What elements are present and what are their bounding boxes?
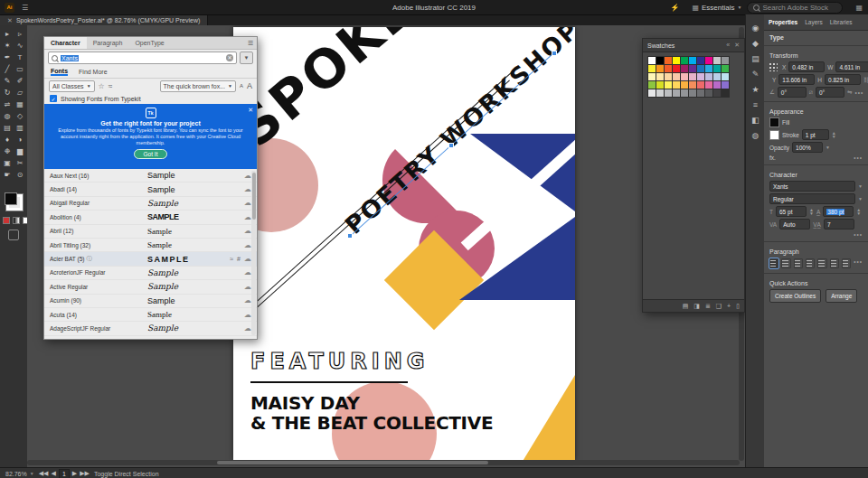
swatch[interactable] (648, 73, 656, 80)
swatch[interactable] (665, 65, 672, 72)
swatch[interactable] (697, 73, 704, 80)
x-field[interactable]: 0.482 in (788, 61, 825, 72)
poster-featuring-text[interactable]: FEATURING (250, 349, 429, 374)
swatch[interactable] (689, 73, 696, 80)
font-size-field[interactable]: 65 pt (776, 206, 807, 217)
tab-character[interactable]: Character (44, 37, 87, 49)
sync-cloud-icon[interactable]: ☁ (244, 255, 251, 263)
favorites-filter-icon[interactable]: ☆ (99, 82, 105, 90)
swatch[interactable] (656, 89, 664, 97)
swatch[interactable] (697, 57, 704, 64)
tab-layers[interactable]: Layers (805, 19, 823, 25)
font-family-field[interactable]: Xants (769, 181, 855, 192)
tool-hand[interactable]: ☛ (1, 169, 14, 181)
font-list-item[interactable]: Acumin (90) ⓘ Sample ≈ # ☁ (44, 295, 257, 308)
swatch[interactable] (705, 65, 712, 72)
sync-cloud-icon[interactable]: ☁ (244, 338, 251, 339)
libraries-icon[interactable]: ▤ (751, 54, 760, 63)
tool-perspective-grid[interactable]: ◇ (14, 110, 26, 122)
sync-cloud-icon[interactable]: ☁ (244, 185, 251, 193)
font-list-scrollbar[interactable] (251, 171, 256, 335)
tool-zoom[interactable]: ⊙ (14, 169, 26, 181)
stroke-stepper[interactable]: ▲▼ (832, 131, 836, 138)
constrain-proportions-icon[interactable]: ⛓ (863, 77, 868, 83)
shear-field[interactable]: 0° (816, 87, 844, 98)
stroke-color-swatch[interactable] (769, 130, 779, 140)
font-list-item[interactable]: AcroterionJF Regular ⓘ Sample ≈ # ☁ (44, 267, 257, 280)
swatch[interactable] (665, 73, 672, 80)
font-list-item[interactable]: Abril (12) ⓘ Sample ≈ # ☁ (44, 225, 257, 239)
color-guide-icon[interactable]: ◆ (752, 39, 759, 48)
swatch[interactable] (673, 65, 680, 72)
font-class-filter[interactable]: All Classes ▼ (49, 80, 95, 92)
tool-pencil[interactable]: ✐ (14, 75, 26, 87)
arrange-button[interactable]: Arrange (826, 289, 857, 303)
stock-grid-icon[interactable]: ▦ (855, 4, 863, 12)
w-field[interactable]: 4.611 in (835, 61, 868, 72)
sync-cloud-icon[interactable]: ☁ (244, 227, 251, 235)
font-dropdown-toggle[interactable]: ▼ (240, 52, 253, 64)
align-right-button[interactable] (794, 258, 803, 268)
tool-selection[interactable]: ▸ (1, 28, 14, 40)
sync-cloud-icon[interactable]: ☁ (244, 296, 251, 305)
clear-search-icon[interactable]: ✕ (226, 54, 233, 61)
opacity-field[interactable]: 100% (792, 142, 823, 153)
swatch[interactable] (656, 73, 664, 80)
tool-shape-builder[interactable]: ◍ (1, 110, 14, 122)
swatch[interactable] (673, 89, 680, 97)
tool-mesh[interactable]: ▤ (1, 122, 14, 134)
collapse-panel-icon[interactable]: « (726, 42, 730, 49)
artboard-number-field[interactable]: 1 (59, 469, 70, 478)
stroke-weight-field[interactable]: 1 pt (802, 129, 829, 140)
swatch[interactable] (681, 57, 688, 64)
kerning-field[interactable]: Auto (779, 219, 810, 230)
tool-free-transform[interactable]: ▦ (14, 98, 26, 110)
swatch[interactable] (705, 89, 712, 97)
swatch[interactable] (648, 57, 656, 64)
artboard[interactable]: SPOKENWORDS POETRY WORKSHOP FEATURING MA… (233, 27, 575, 461)
swatch[interactable] (722, 57, 729, 64)
gpu-performance-icon[interactable]: ⚡ (670, 4, 679, 12)
tool-lasso[interactable]: ∿ (14, 40, 26, 52)
sample-text-selector[interactable]: The quick brown fox... ▼ (160, 80, 236, 92)
create-outlines-button[interactable]: Create Outlines (769, 289, 821, 303)
swatch[interactable] (722, 65, 729, 72)
close-panel-icon[interactable]: ✕ (734, 42, 740, 49)
leading-field[interactable]: 380 pt (823, 206, 854, 217)
justify-right-button[interactable] (830, 258, 839, 268)
next-artboard-icon[interactable]: ▶ (72, 470, 77, 477)
subtab-find-more[interactable]: Find More (79, 69, 108, 75)
sync-cloud-icon[interactable]: ☁ (244, 241, 251, 249)
tracking-field[interactable]: 7 (824, 219, 854, 230)
more-options-icon[interactable]: ••• (854, 231, 863, 238)
swatch[interactable] (722, 89, 729, 97)
swatch[interactable] (665, 81, 672, 89)
sync-cloud-icon[interactable]: ☁ (244, 311, 251, 319)
similar-fonts-filter-icon[interactable]: ≈ (108, 82, 112, 90)
sync-cloud-icon[interactable]: ☁ (244, 324, 251, 333)
last-artboard-icon[interactable]: ▶▶ (80, 470, 90, 477)
subtab-fonts[interactable]: Fonts (51, 68, 68, 76)
previous-artboard-icon[interactable]: ◀ (51, 470, 55, 477)
swatch[interactable] (648, 81, 656, 89)
font-list-item[interactable]: Abolition (4) ⓘ SAMPLE ≈ # ☁ (44, 211, 257, 224)
similar-fonts-icon[interactable]: ≈ (230, 256, 233, 262)
swatch[interactable] (689, 57, 696, 64)
swatch[interactable] (681, 73, 688, 80)
swatch[interactable] (705, 73, 712, 80)
font-list-item[interactable]: Acuta (14) ⓘ Sample ≈ # ☁ (44, 308, 257, 322)
brushes-icon[interactable]: ✎ (752, 70, 760, 79)
rotate-field[interactable]: 0° (778, 87, 807, 98)
swatch[interactable] (681, 89, 688, 97)
swatch[interactable] (656, 57, 664, 64)
tool-rectangle[interactable]: ▭ (14, 63, 26, 75)
swatch-options-icon[interactable]: ≣ (705, 303, 711, 310)
poster-artist-line1[interactable]: MAISY DAY (250, 392, 360, 414)
font-list-item[interactable]: Active Regular ⓘ Sample ≈ # ☁ (44, 280, 257, 294)
swatch[interactable] (713, 73, 721, 80)
new-swatch-icon[interactable]: + (727, 303, 731, 309)
swatch[interactable] (681, 81, 688, 89)
swatch[interactable] (656, 65, 664, 72)
swatch[interactable] (697, 81, 704, 89)
selection-handle[interactable] (448, 143, 454, 148)
